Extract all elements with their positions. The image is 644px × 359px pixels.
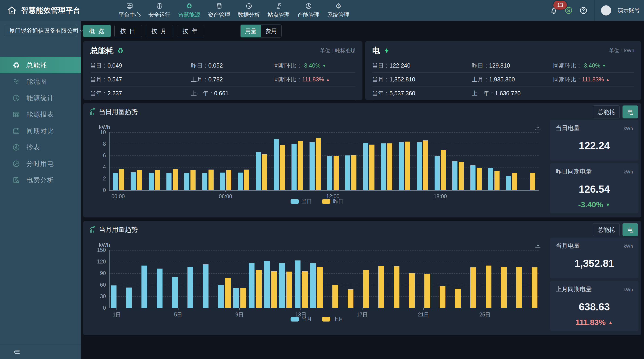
account-name[interactable]: 演示账号 (618, 7, 640, 14)
bar-昨日-14:00[interactable] (370, 145, 374, 190)
sidebar-item-能流图[interactable]: 能流图 (0, 73, 81, 90)
bar-上月-24日[interactable] (470, 267, 476, 308)
filter-tab-按日[interactable]: 按 日 (114, 25, 142, 37)
sidebar-item-电费分析[interactable]: 电费分析 (0, 172, 81, 188)
bar-昨日-15:00[interactable] (387, 143, 392, 190)
help-button[interactable] (579, 6, 588, 15)
bar-当月-3日[interactable] (142, 265, 147, 308)
bar-当日-09:00[interactable] (274, 139, 279, 190)
bar-昨日-01:00[interactable] (137, 170, 142, 190)
nav-item-系统管理[interactable]: ⚙系统管理 (324, 0, 353, 21)
bar-当日-15:00[interactable] (381, 143, 386, 190)
bar-上月-17日[interactable] (363, 270, 369, 308)
bar-上月-25日[interactable] (486, 265, 492, 308)
bar-当日-04:00[interactable] (184, 173, 189, 190)
bar-当日-17:00[interactable] (417, 142, 422, 190)
bar-昨日-09:00[interactable] (280, 145, 285, 190)
bar-昨日-16:00[interactable] (405, 142, 410, 190)
legend-昨日[interactable]: 昨日 (322, 198, 343, 205)
legend-上月[interactable]: 上月 (322, 316, 343, 323)
bar-昨日-20:00[interactable] (477, 168, 482, 190)
bar-当月-6日[interactable] (188, 267, 193, 308)
bar-昨日-10:00[interactable] (298, 141, 303, 190)
bar-当日-20:00[interactable] (470, 165, 476, 190)
sidebar-item-同期对比[interactable]: 同期对比 (0, 123, 81, 139)
bar-上月-19日[interactable] (394, 266, 400, 308)
avatar[interactable] (601, 5, 611, 16)
bar-昨日-12:00[interactable] (334, 156, 339, 190)
bar-当月-11日[interactable] (264, 261, 270, 308)
bar-上月-10日[interactable] (256, 270, 262, 308)
bar-昨日-02:00[interactable] (155, 170, 160, 190)
bar-当月-13日[interactable] (295, 260, 300, 308)
bar-当日-00:00[interactable] (113, 173, 118, 190)
nav-item-数据分析[interactable]: 数据分析 (234, 0, 264, 21)
bar-当日-22:00[interactable] (506, 176, 511, 190)
bar-昨日-22:00[interactable] (512, 173, 517, 190)
bar-当日-18:00[interactable] (434, 156, 440, 190)
nav-item-资产管理[interactable]: 资产管理 (204, 0, 234, 21)
bar-上月-18日[interactable] (378, 266, 384, 308)
bar-当日-12:00[interactable] (327, 156, 332, 190)
bar-当日-05:00[interactable] (202, 173, 207, 190)
bar-上月-11日[interactable] (271, 271, 277, 308)
bar-当日-03:00[interactable] (166, 173, 172, 190)
health-status-icon[interactable] (564, 6, 573, 15)
sidebar-item-能源报表[interactable]: 能源报表 (0, 106, 81, 123)
bar-当月-10日[interactable] (249, 263, 254, 308)
bar-当月-4日[interactable] (157, 268, 162, 308)
bar-当日-11:00[interactable] (310, 142, 314, 190)
download-icon[interactable] (534, 124, 541, 132)
download-icon[interactable] (534, 242, 541, 250)
bar-昨日-08:00[interactable] (262, 154, 267, 190)
bar-当日-14:00[interactable] (363, 143, 368, 190)
bar-上月-20日[interactable] (409, 273, 415, 308)
panel-button-总能耗[interactable]: 总能耗 (593, 223, 620, 236)
bar-昨日-07:00[interactable] (244, 170, 249, 190)
filter-tab-概览[interactable]: 概 览 (83, 25, 111, 37)
bar-上月-15日[interactable] (332, 285, 338, 308)
legend-当月[interactable]: 当月 (290, 316, 312, 323)
panel-button-电[interactable]: 电 (622, 106, 638, 118)
nav-item-智慧能源[interactable]: ♻智慧能源 (174, 0, 204, 21)
bar-当日-16:00[interactable] (399, 142, 404, 190)
bar-上月-14日[interactable] (317, 267, 323, 308)
bar-上月-21日[interactable] (424, 274, 430, 308)
sidebar-item-能源统计[interactable]: 能源统计 (0, 90, 81, 106)
bar-当日-19:00[interactable] (452, 161, 458, 190)
bar-昨日-05:00[interactable] (208, 170, 214, 190)
filter-tab-按年[interactable]: 按 年 (177, 25, 204, 37)
bar-昨日-00:00[interactable] (119, 169, 124, 190)
legend-当日[interactable]: 当日 (290, 198, 312, 205)
bar-昨日-06:00[interactable] (226, 170, 232, 190)
bar-上月-26日[interactable] (501, 267, 507, 308)
bar-当日-13:00[interactable] (345, 155, 350, 190)
bar-当日-07:00[interactable] (238, 173, 243, 190)
toggle-费用[interactable]: 费用 (261, 25, 281, 37)
bar-昨日-03:00[interactable] (173, 169, 178, 190)
bar-昨日-18:00[interactable] (441, 150, 446, 190)
bar-当日-02:00[interactable] (149, 173, 154, 190)
bar-上月-22日[interactable] (440, 286, 446, 308)
toggle-用量[interactable]: 用量 (241, 25, 261, 37)
nav-item-站点管理[interactable]: 站点管理 (264, 0, 294, 21)
panel-button-总能耗[interactable]: 总能耗 (593, 106, 620, 118)
bar-当月-1日[interactable] (111, 285, 116, 308)
sidebar-item-分时用电[interactable]: 分时用电 (0, 155, 81, 172)
bar-当月-7日[interactable] (203, 264, 208, 308)
bar-上月-12日[interactable] (286, 271, 292, 308)
bar-上月-13日[interactable] (302, 271, 308, 308)
bar-当日-21:00[interactable] (488, 168, 493, 190)
bar-上月-27日[interactable] (516, 267, 522, 308)
bar-当月-8日[interactable] (218, 285, 224, 308)
nav-item-产能管理[interactable]: 产能管理 (294, 0, 324, 21)
nav-item-安全运行[interactable]: 安全运行 (144, 0, 174, 21)
company-select[interactable]: 厦门锐谷通信设备有限公司 (4, 24, 77, 37)
bar-昨日-04:00[interactable] (190, 170, 196, 190)
bar-昨日-13:00[interactable] (351, 155, 356, 190)
nav-item-平台中心[interactable]: 平台中心 (115, 0, 144, 21)
panel-button-电[interactable]: 电 (622, 223, 638, 236)
bar-上月-8日[interactable] (225, 278, 231, 308)
bar-昨日-19:00[interactable] (458, 162, 464, 190)
filter-tab-按月[interactable]: 按 月 (146, 25, 173, 37)
